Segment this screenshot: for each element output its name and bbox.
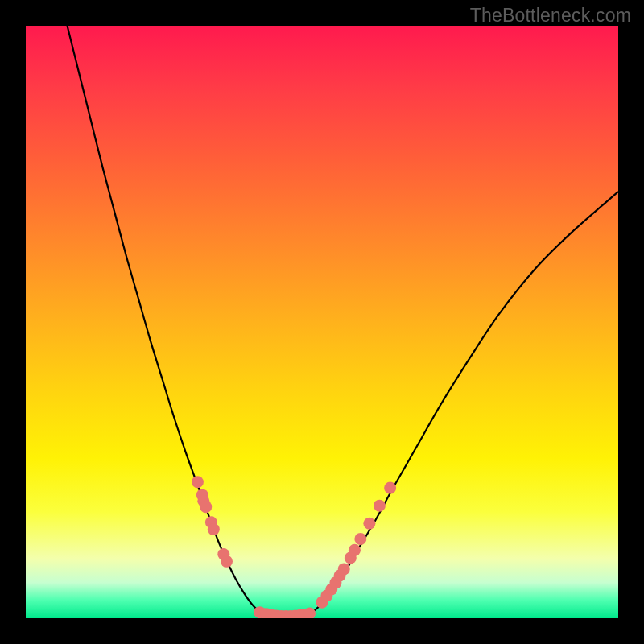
bottleneck-curve-path bbox=[68, 26, 618, 617]
bottleneck-curve-svg bbox=[26, 26, 618, 618]
data-dot bbox=[338, 563, 350, 575]
data-dot bbox=[221, 555, 233, 568]
data-dot bbox=[384, 482, 396, 494]
watermark-text: TheBottleneck.com bbox=[470, 5, 631, 27]
data-dots-group bbox=[192, 476, 396, 618]
plot-area bbox=[26, 26, 618, 618]
data-dot bbox=[349, 544, 361, 556]
data-dot bbox=[208, 523, 220, 535]
chart-frame: TheBottleneck.com bbox=[0, 0, 644, 644]
data-dot bbox=[374, 500, 386, 512]
data-dot bbox=[354, 533, 366, 545]
data-dot bbox=[200, 501, 212, 513]
data-dot bbox=[192, 476, 204, 488]
data-dot bbox=[363, 518, 375, 530]
